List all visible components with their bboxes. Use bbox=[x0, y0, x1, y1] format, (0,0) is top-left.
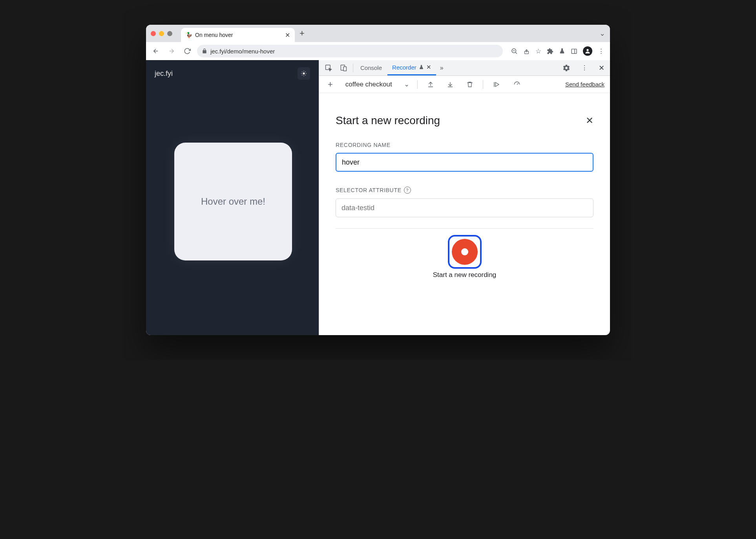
close-window-button[interactable] bbox=[151, 31, 156, 36]
import-icon[interactable] bbox=[444, 79, 457, 90]
extensions-icon[interactable] bbox=[547, 48, 553, 55]
browser-tab[interactable]: 🦆 On menu hover ✕ bbox=[181, 28, 295, 42]
browser-toolbar-icons: ☆ ⋮ bbox=[507, 46, 606, 56]
replay-icon[interactable] bbox=[489, 79, 504, 90]
traffic-lights bbox=[151, 31, 172, 36]
profile-avatar[interactable] bbox=[583, 46, 592, 56]
minimize-window-button[interactable] bbox=[159, 31, 164, 36]
close-recorder-icon[interactable]: ✕ bbox=[586, 115, 593, 126]
url-text: jec.fyi/demo/menu-hover bbox=[210, 48, 275, 55]
share-icon[interactable] bbox=[523, 48, 530, 55]
webpage-pane: jec.fyi Hover over me! bbox=[146, 60, 319, 335]
browser-window: 🦆 On menu hover ✕ + ⌄ jec.fyi/demo/menu-… bbox=[146, 25, 610, 335]
svg-rect-16 bbox=[343, 66, 347, 71]
record-icon bbox=[452, 239, 478, 265]
selector-attribute-label: SELECTOR ATTRIBUTE ? bbox=[336, 187, 593, 194]
export-icon[interactable] bbox=[424, 79, 437, 90]
recording-name-input[interactable] bbox=[336, 153, 593, 172]
chevron-down-icon: ⌄ bbox=[404, 80, 409, 88]
delete-icon[interactable] bbox=[463, 79, 477, 90]
tabs-overflow-button[interactable]: ⌄ bbox=[599, 29, 605, 38]
window-chrome: 🦆 On menu hover ✕ + ⌄ jec.fyi/demo/menu-… bbox=[146, 25, 610, 60]
svg-point-5 bbox=[303, 72, 305, 74]
star-icon[interactable]: ☆ bbox=[535, 47, 541, 55]
zoom-out-icon[interactable] bbox=[511, 48, 518, 55]
svg-rect-2 bbox=[572, 49, 577, 53]
hover-card-text: Hover over me! bbox=[201, 196, 265, 207]
reload-button[interactable] bbox=[181, 46, 193, 56]
recorder-toolbar: + coffee checkout ⌄ bbox=[319, 76, 610, 93]
start-recording-label: Start a new recording bbox=[433, 271, 497, 279]
content-area: jec.fyi Hover over me! Console bbox=[146, 60, 610, 335]
theme-toggle-button[interactable] bbox=[298, 67, 310, 80]
devtools-tabs: Console Recorder ✕ » ⋮ ✕ bbox=[319, 60, 610, 76]
add-recording-button[interactable]: + bbox=[325, 77, 336, 92]
recorder-title: Start a new recording bbox=[336, 114, 440, 127]
back-button[interactable] bbox=[150, 46, 162, 56]
tab-recorder[interactable]: Recorder ✕ bbox=[387, 60, 436, 75]
tab-bar: 🦆 On menu hover ✕ + ⌄ bbox=[146, 25, 610, 42]
hover-card[interactable]: Hover over me! bbox=[174, 143, 292, 260]
tab-console[interactable]: Console bbox=[356, 60, 387, 75]
address-bar[interactable]: jec.fyi/demo/menu-hover bbox=[197, 45, 503, 57]
close-devtools-icon[interactable]: ✕ bbox=[595, 61, 608, 75]
maximize-window-button[interactable] bbox=[167, 31, 172, 36]
recording-name-label: RECORDING NAME bbox=[336, 142, 593, 148]
favicon-icon: 🦆 bbox=[186, 32, 192, 38]
svg-line-8 bbox=[302, 72, 302, 72]
svg-point-4 bbox=[586, 49, 588, 51]
device-toggle-icon[interactable] bbox=[336, 62, 351, 74]
lock-icon bbox=[202, 48, 207, 54]
tab-title: On menu hover bbox=[195, 32, 282, 38]
recorder-body: Start a new recording ✕ RECORDING NAME S… bbox=[319, 93, 610, 335]
gear-icon[interactable] bbox=[559, 62, 573, 74]
svg-line-12 bbox=[302, 75, 302, 75]
page-header: jec.fyi bbox=[146, 60, 319, 87]
flask-icon bbox=[419, 64, 424, 70]
new-tab-button[interactable]: + bbox=[299, 28, 305, 38]
inspect-element-icon[interactable] bbox=[321, 62, 336, 74]
recording-dropdown[interactable]: coffee checkout ⌄ bbox=[342, 80, 411, 88]
forward-button[interactable] bbox=[166, 46, 177, 56]
send-feedback-link[interactable]: Send feedback bbox=[565, 81, 604, 88]
svg-line-13 bbox=[305, 72, 306, 72]
labs-icon[interactable] bbox=[559, 48, 565, 55]
tab-close-icon[interactable]: ✕ bbox=[426, 64, 431, 71]
start-recording-button[interactable] bbox=[448, 235, 482, 269]
panel-icon[interactable] bbox=[571, 48, 577, 55]
svg-line-9 bbox=[305, 75, 306, 75]
tab-close-button[interactable]: ✕ bbox=[285, 31, 290, 39]
help-icon[interactable]: ? bbox=[404, 187, 411, 194]
devtools-panel: Console Recorder ✕ » ⋮ ✕ + bbox=[319, 60, 610, 335]
selector-attribute-input[interactable] bbox=[336, 198, 593, 217]
kebab-icon[interactable]: ⋮ bbox=[578, 62, 591, 74]
site-brand: jec.fyi bbox=[155, 70, 173, 78]
performance-icon[interactable] bbox=[510, 79, 524, 90]
recorder-footer: Start a new recording bbox=[336, 228, 593, 279]
recorder-header: Start a new recording ✕ bbox=[336, 114, 593, 127]
menu-icon[interactable]: ⋮ bbox=[598, 47, 604, 55]
address-bar-row: jec.fyi/demo/menu-hover ☆ bbox=[146, 42, 610, 60]
more-tabs-icon[interactable]: » bbox=[437, 62, 447, 74]
